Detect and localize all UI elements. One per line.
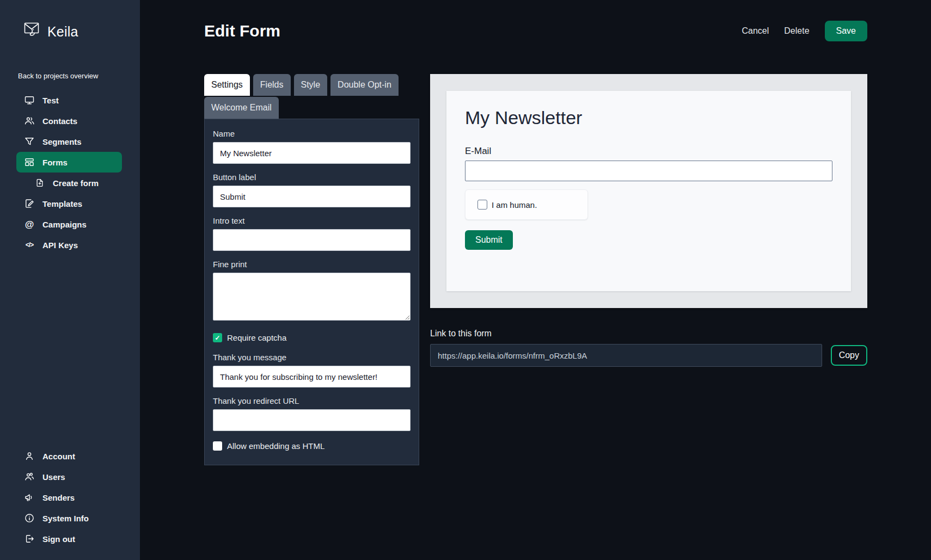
- cancel-button[interactable]: Cancel: [742, 26, 769, 36]
- form-settings-column: Settings Fields Style Double Opt-in Welc…: [204, 74, 419, 465]
- sidebar-item-forms[interactable]: Forms: [16, 152, 122, 173]
- tab-double-opt-in[interactable]: Double Opt-in: [330, 74, 399, 96]
- keila-envelope-logo-icon: [24, 22, 42, 41]
- copy-link-button[interactable]: Copy: [831, 345, 867, 366]
- allow-embedding-label: Allow embedding as HTML: [227, 441, 324, 451]
- preview-email-label: E-Mail: [465, 146, 832, 157]
- code-icon: </>: [24, 239, 35, 250]
- info-icon: [24, 513, 35, 524]
- preview-column: My Newsletter E-Mail I am human. Submit …: [430, 74, 867, 367]
- file-plus-icon: [34, 177, 45, 188]
- app-logo[interactable]: Keila: [0, 22, 140, 41]
- tab-fields[interactable]: Fields: [253, 74, 291, 96]
- field-thank-you-redirect: Thank you redirect URL: [213, 396, 411, 431]
- preview-submit-button[interactable]: Submit: [465, 230, 513, 250]
- sidebar-item-account[interactable]: Account: [16, 446, 122, 466]
- name-input[interactable]: [213, 142, 411, 164]
- tab-welcome-email[interactable]: Welcome Email: [204, 97, 279, 119]
- monitor-icon: [24, 95, 35, 106]
- form-link-input[interactable]: [430, 344, 822, 367]
- name-label: Name: [213, 129, 411, 138]
- sidebar-nav: Test Contacts Segments Forms Create form: [0, 90, 140, 255]
- form-preview-card: My Newsletter E-Mail I am human. Submit: [446, 91, 851, 291]
- thank-you-message-input[interactable]: [213, 366, 411, 387]
- form-preview-background: My Newsletter E-Mail I am human. Submit: [430, 74, 867, 308]
- delete-button[interactable]: Delete: [784, 26, 809, 36]
- sidebar-item-templates[interactable]: Templates: [16, 193, 122, 214]
- form-link-label: Link to this form: [430, 329, 867, 339]
- form-link-row: Copy: [430, 344, 867, 367]
- field-intro-text: Intro text: [213, 216, 411, 251]
- megaphone-icon: [24, 492, 35, 503]
- button-label-input[interactable]: [213, 186, 411, 207]
- require-captcha-checkbox[interactable]: [213, 333, 222, 342]
- preview-captcha-checkbox[interactable]: [477, 200, 487, 210]
- form-link-section: Link to this form Copy: [430, 329, 867, 367]
- tab-style[interactable]: Style: [294, 74, 328, 96]
- thank-you-redirect-input[interactable]: [213, 409, 411, 431]
- sidebar-item-contacts[interactable]: Contacts: [16, 110, 122, 131]
- person-icon: [24, 451, 35, 461]
- sidebar-footer-nav: Account Users Senders System Info Sign o…: [0, 446, 140, 549]
- thank-you-message-label: Thank you message: [213, 353, 411, 362]
- button-label-label: Button label: [213, 173, 411, 182]
- header-actions: Cancel Delete Save: [742, 21, 867, 41]
- preview-email-input[interactable]: [465, 161, 832, 181]
- tab-row-2: Welcome Email: [204, 97, 419, 119]
- sidebar: Keila Back to projects overview Test Con…: [0, 0, 140, 560]
- fine-print-label: Fine print: [213, 260, 411, 269]
- sidebar-item-system-info[interactable]: System Info: [16, 508, 122, 528]
- page-header: Edit Form Cancel Delete Save: [204, 21, 867, 41]
- field-name: Name: [213, 129, 411, 164]
- require-captcha-label: Require captcha: [227, 333, 286, 342]
- back-to-projects-link[interactable]: Back to projects overview: [18, 72, 140, 80]
- people-icon: [24, 471, 35, 482]
- sign-out-icon: [24, 533, 35, 544]
- intro-text-label: Intro text: [213, 216, 411, 225]
- intro-text-input[interactable]: [213, 229, 411, 251]
- contacts-icon: [24, 115, 35, 126]
- app-name: Keila: [47, 24, 78, 40]
- template-pen-icon: [24, 198, 35, 209]
- content-area: Settings Fields Style Double Opt-in Welc…: [204, 74, 867, 465]
- sidebar-item-users[interactable]: Users: [16, 466, 122, 487]
- sidebar-item-api-keys[interactable]: </> API Keys: [16, 235, 122, 255]
- sidebar-item-segments[interactable]: Segments: [16, 131, 122, 152]
- preview-form-title: My Newsletter: [465, 107, 832, 128]
- tab-row-1: Settings Fields Style Double Opt-in: [204, 74, 419, 96]
- funnel-icon: [24, 136, 35, 147]
- field-button-label: Button label: [213, 173, 411, 207]
- sidebar-item-senders[interactable]: Senders: [16, 487, 122, 508]
- sidebar-item-create-form[interactable]: Create form: [16, 173, 122, 193]
- thank-you-redirect-label: Thank you redirect URL: [213, 396, 411, 405]
- require-captcha-row[interactable]: Require captcha: [213, 333, 411, 342]
- fine-print-textarea[interactable]: [213, 273, 411, 321]
- sidebar-item-sign-out[interactable]: Sign out: [16, 528, 122, 549]
- forms-icon: [24, 157, 35, 168]
- allow-embedding-checkbox[interactable]: [213, 441, 222, 451]
- preview-captcha-box[interactable]: I am human.: [465, 189, 588, 220]
- sidebar-item-campaigns[interactable]: @ Campaigns: [16, 214, 122, 235]
- main-content: Edit Form Cancel Delete Save Settings Fi…: [140, 0, 931, 560]
- sidebar-item-test[interactable]: Test: [16, 90, 122, 110]
- allow-embedding-row[interactable]: Allow embedding as HTML: [213, 441, 411, 451]
- at-sign-icon: @: [24, 219, 35, 230]
- field-fine-print: Fine print: [213, 260, 411, 323]
- tab-settings[interactable]: Settings: [204, 74, 250, 96]
- page-title: Edit Form: [204, 22, 280, 40]
- preview-captcha-label: I am human.: [492, 200, 537, 210]
- save-button[interactable]: Save: [825, 21, 867, 41]
- field-thank-you-message: Thank you message: [213, 353, 411, 387]
- settings-panel: Name Button label Intro text Fine print: [204, 119, 419, 465]
